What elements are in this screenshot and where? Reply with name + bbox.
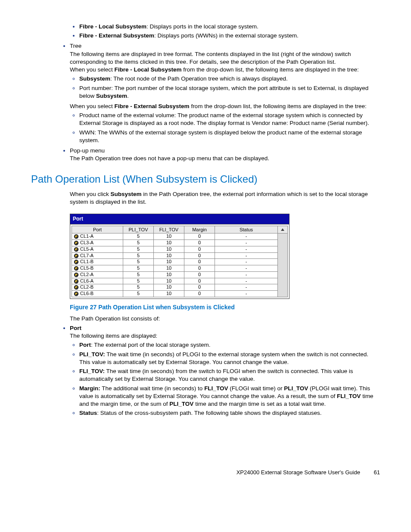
cell-margin: 0: [184, 246, 215, 252]
col-fli[interactable]: FLI_TOV: [154, 226, 184, 233]
pf-pli: PLI_TOV: The wait time (in seconds) of P…: [79, 351, 380, 366]
cell-port: CL6-B: [72, 291, 123, 297]
fibre-ext-label: Fibre - External Subsystem: [79, 32, 154, 39]
tree-ext2: WWN: The WWNs of the external storage sy…: [79, 129, 380, 144]
cell-pli: 5: [123, 284, 154, 291]
port-icon: [74, 234, 79, 239]
cell-margin: 0: [184, 265, 215, 272]
cell-pli: 5: [123, 240, 154, 246]
cell-fli: 10: [154, 246, 184, 252]
popup-text: The Path Operation tree does not have a …: [70, 155, 380, 162]
port-table-header-row: Port PLI_TOV FLI_TOV Margin Status: [72, 226, 288, 233]
cell-margin: 0: [184, 233, 215, 240]
cell-fli: 10: [154, 291, 184, 297]
cell-fli: 10: [154, 284, 184, 291]
table-row[interactable]: CL1-A5100-: [72, 233, 288, 240]
port-table-wrap: Port PLI_TOV FLI_TOV Margin Status CL1-A…: [70, 224, 290, 299]
tree-sub1: Subsystem: The root node of the Path Ope…: [79, 75, 380, 83]
section-para: When you click Subsystem in the Path Ope…: [70, 190, 380, 206]
port-icon: [74, 291, 79, 296]
port-icon: [74, 266, 79, 271]
fibre-ext-text: : Displays ports (WWNs) in the external …: [154, 32, 299, 39]
popup-label: Pop-up menu: [70, 147, 105, 154]
pf-fli: FLI_TOV: The wait time (in seconds) from…: [79, 367, 380, 383]
table-row[interactable]: CL6-A5100-: [72, 278, 288, 284]
tree-list: Tree The following items are displayed i…: [70, 42, 380, 162]
table-row[interactable]: CL2-A5100-: [72, 271, 288, 278]
scrollbar-track[interactable]: [278, 233, 288, 297]
cell-port: CL1-B: [72, 259, 123, 265]
fibre-local-label: Fibre - Local Subsystem: [79, 23, 146, 30]
cell-status: -: [215, 246, 278, 252]
cell-fli: 10: [154, 278, 184, 284]
list-intro: The Path Operation list consists of:: [70, 315, 380, 323]
section-body: When you click Subsystem in the Path Ope…: [70, 190, 380, 417]
port-field-sub: Port: The external port of the local sto…: [70, 341, 380, 417]
cell-port: CL1-A: [72, 233, 123, 240]
table-row[interactable]: CL2-B5100-: [72, 284, 288, 291]
cell-status: -: [215, 291, 278, 297]
port-panel: Port Port PLI_TOV FLI_TOV Margin Status …: [70, 214, 290, 299]
page-footer: XP24000 External Storage Software User's…: [31, 469, 380, 476]
cell-status: -: [215, 233, 278, 240]
cell-pli: 5: [123, 259, 154, 265]
col-pli[interactable]: PLI_TOV: [123, 226, 154, 233]
port-icon: [74, 285, 79, 290]
cell-port: CL5-A: [72, 246, 123, 252]
port-icon: [74, 259, 79, 264]
cell-port: CL2-A: [72, 271, 123, 278]
tree-item: Tree The following items are displayed i…: [70, 42, 380, 144]
table-row[interactable]: CL5-B5100-: [72, 265, 288, 272]
fibre-local-item: Fibre - Local Subsystem: Displays ports …: [79, 23, 380, 31]
cell-pli: 5: [123, 246, 154, 252]
tree-para2: When you select Fibre - Local Subsystem …: [70, 66, 380, 74]
col-status[interactable]: Status: [215, 226, 278, 233]
cell-fli: 10: [154, 265, 184, 272]
port-field-item: Port The following items are displayed: …: [70, 324, 380, 417]
port-field-label: Port: [70, 325, 81, 331]
popup-item: Pop-up menu The Path Operation tree does…: [70, 147, 380, 162]
table-row[interactable]: CL6-B5100-: [72, 291, 288, 297]
cell-status: -: [215, 265, 278, 272]
cell-pli: 5: [123, 252, 154, 259]
port-icon: [74, 253, 79, 258]
tree-ext-sub: Product name of the external volume: The…: [70, 112, 380, 144]
table-row[interactable]: CL3-A5100-: [72, 240, 288, 246]
page-content: Fibre - Local Subsystem: Displays ports …: [70, 23, 380, 163]
port-panel-header: Port: [70, 214, 290, 224]
cell-fli: 10: [154, 252, 184, 259]
col-margin[interactable]: Margin: [184, 226, 215, 233]
cell-fli: 10: [154, 259, 184, 265]
tree-para1: The following items are displayed in tre…: [70, 50, 380, 66]
table-row[interactable]: CL7-A5100-: [72, 252, 288, 259]
cell-fli: 10: [154, 233, 184, 240]
pf-status: Status: Status of the cross-subsystem pa…: [79, 409, 380, 417]
port-fields-list: Port The following items are displayed: …: [70, 324, 380, 417]
tree-local-sub: Subsystem: The root node of the Path Ope…: [70, 75, 380, 100]
cell-pli: 5: [123, 278, 154, 284]
port-icon: [74, 240, 79, 246]
arrow-up-icon: [281, 228, 284, 231]
port-icon: [74, 279, 79, 284]
footer-guide: XP24000 External Storage Software User's…: [237, 469, 360, 476]
cell-status: -: [215, 259, 278, 265]
cell-margin: 0: [184, 291, 215, 297]
table-row[interactable]: CL1-B5100-: [72, 259, 288, 265]
cell-port: CL7-A: [72, 252, 123, 259]
fibre-local-text: : Displays ports in the local storage sy…: [146, 23, 258, 30]
port-icon: [74, 272, 79, 277]
tree-sub2: Port number: The port number of the loca…: [79, 84, 380, 100]
fibre-list: Fibre - Local Subsystem: Displays ports …: [70, 23, 380, 40]
table-row[interactable]: CL5-A5100-: [72, 246, 288, 252]
fibre-ext-item: Fibre - External Subsystem: Displays por…: [79, 32, 380, 40]
cell-fli: 10: [154, 240, 184, 246]
section-heading: Path Operation List (When Subsystem is C…: [31, 172, 380, 186]
cell-pli: 5: [123, 233, 154, 240]
col-port[interactable]: Port: [72, 226, 123, 233]
cell-pli: 5: [123, 271, 154, 278]
scroll-up-button[interactable]: [278, 226, 288, 233]
cell-status: -: [215, 271, 278, 278]
cell-margin: 0: [184, 271, 215, 278]
cell-margin: 0: [184, 259, 215, 265]
cell-pli: 5: [123, 291, 154, 297]
